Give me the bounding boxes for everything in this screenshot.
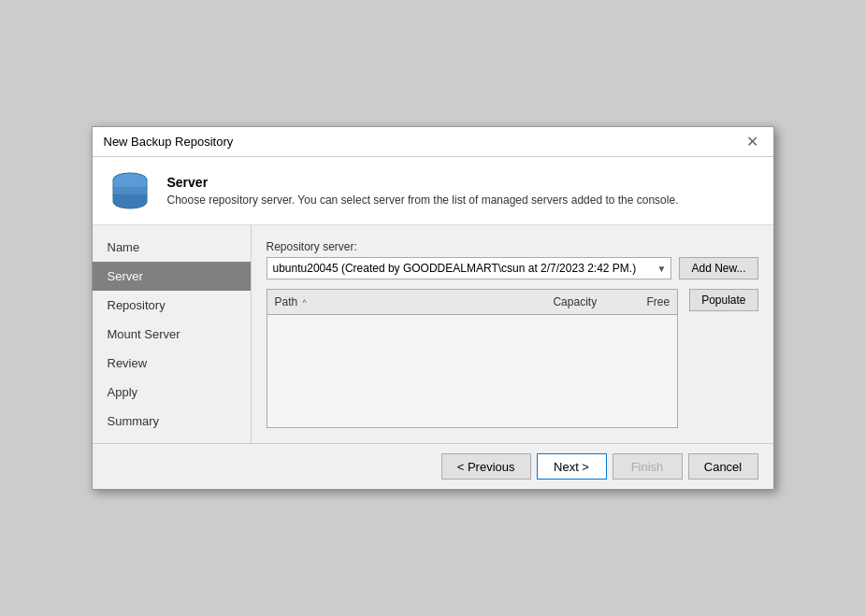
sidebar: Name Server Repository Mount Server Revi…	[93, 225, 252, 443]
add-new-button[interactable]: Add New...	[679, 257, 757, 279]
title-bar: New Backup Repository ✕	[93, 127, 773, 157]
dialog-title: New Backup Repository	[104, 135, 234, 149]
repository-server-section: Repository server: ubuntu20045 (Created …	[267, 240, 758, 279]
table-body	[267, 315, 678, 427]
database-icon	[108, 168, 152, 213]
repository-server-dropdown-wrapper: ubuntu20045 (Created by GOODDEALMART\csu…	[267, 257, 672, 279]
path-table: Path ^ Capacity Free	[267, 289, 679, 428]
main-panel: Repository server: ubuntu20045 (Created …	[252, 225, 773, 443]
column-header-path: Path ^	[267, 294, 528, 310]
repository-server-row: ubuntu20045 (Created by GOODDEALMART\csu…	[267, 257, 758, 279]
cancel-button[interactable]: Cancel	[688, 453, 758, 480]
finish-button[interactable]: Finish	[613, 453, 683, 480]
footer: < Previous Next > Finish Cancel	[93, 443, 773, 489]
sidebar-item-apply[interactable]: Apply	[93, 378, 251, 407]
header-section: Server Choose repository server. You can…	[93, 157, 773, 225]
header-text: Server Choose repository server. You can…	[167, 175, 679, 207]
repository-server-dropdown[interactable]: ubuntu20045 (Created by GOODDEALMART\csu…	[267, 257, 672, 279]
column-header-capacity: Capacity	[527, 294, 612, 310]
content-area: Name Server Repository Mount Server Revi…	[93, 225, 773, 443]
header-description: Choose repository server. You can select…	[167, 193, 679, 207]
sidebar-item-name[interactable]: Name	[93, 233, 251, 262]
table-section: Path ^ Capacity Free Populate	[267, 289, 758, 428]
previous-button[interactable]: < Previous	[441, 453, 531, 480]
new-backup-repository-dialog: New Backup Repository ✕ Server Choose re…	[92, 126, 774, 490]
column-header-free: Free	[612, 294, 677, 310]
side-buttons: Populate	[689, 289, 757, 428]
populate-button[interactable]: Populate	[689, 289, 757, 311]
repository-server-label: Repository server:	[267, 240, 758, 253]
sidebar-item-server[interactable]: Server	[93, 262, 251, 291]
next-button[interactable]: Next >	[537, 453, 607, 480]
close-button[interactable]: ✕	[743, 133, 762, 151]
sidebar-item-summary[interactable]: Summary	[93, 407, 251, 436]
sort-indicator-icon: ^	[303, 298, 307, 308]
sidebar-item-mount-server[interactable]: Mount Server	[93, 320, 251, 349]
sidebar-item-repository[interactable]: Repository	[93, 291, 251, 320]
header-title: Server	[167, 175, 679, 190]
table-header: Path ^ Capacity Free	[267, 290, 678, 315]
sidebar-item-review[interactable]: Review	[93, 349, 251, 378]
